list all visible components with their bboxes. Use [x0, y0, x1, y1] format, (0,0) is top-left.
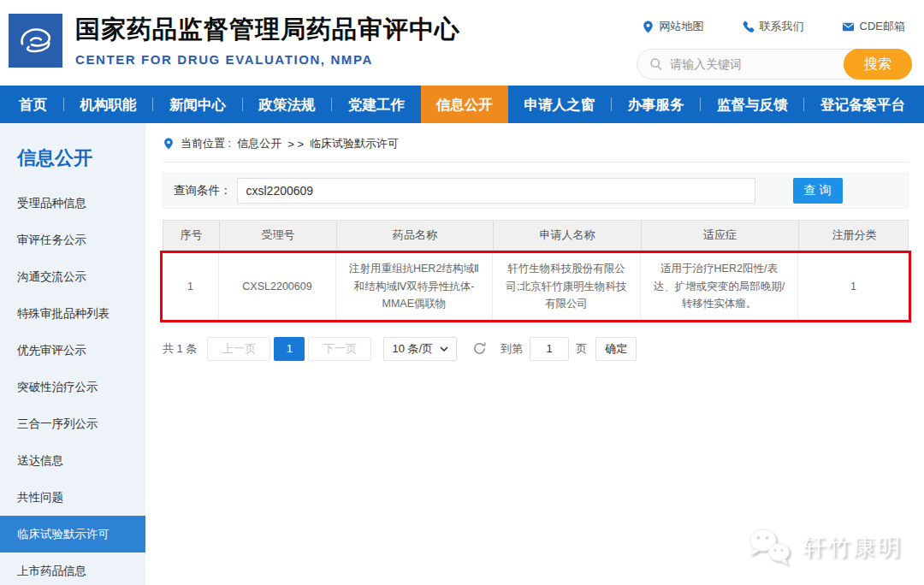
query-bar: 查询条件： 查 询 [163, 173, 909, 209]
sidebar-title: 信息公开 [0, 123, 145, 185]
breadcrumb-current: 临床试验默示许可 [310, 136, 399, 151]
nav-item-services[interactable]: 办事服务 [623, 86, 690, 123]
table-cell-indication: 适用于治疗HER2阳性/表达、扩增或突变的局部晚期/转移性实体瘤。 [640, 253, 797, 320]
watermark-label: 轩竹康明 [803, 532, 902, 563]
nav-separator [152, 98, 153, 111]
refresh-icon[interactable] [472, 341, 487, 356]
results-table: 序号 受理号 药品名称 申请人名称 适应症 注册分类 1 CXSL2200609… [163, 220, 909, 322]
sidebar: 信息公开 受理品种信息 审评任务公示 沟通交流公示 特殊审批品种列表 优先审评公… [0, 123, 145, 585]
breadcrumb-section[interactable]: 信息公开 [237, 136, 281, 151]
goto-page-label: 到第 [500, 341, 523, 357]
table-header-row: 序号 受理号 药品名称 申请人名称 适应症 注册分类 [163, 220, 909, 251]
location-pin-icon [163, 138, 175, 150]
nav-separator [700, 98, 701, 111]
sidebar-item-clinical-trial-implied-license[interactable]: 临床试验默示许可 [0, 516, 145, 552]
search-input[interactable] [670, 50, 844, 78]
col-header-acceptance-no: 受理号 [219, 221, 336, 250]
table-row[interactable]: 1 CXSL2200609 注射用重组抗HER2结构域Ⅱ和结构域Ⅳ双特异性抗体-… [163, 253, 909, 320]
nav-separator [331, 98, 332, 111]
nav-item-policies[interactable]: 政策法规 [254, 86, 321, 123]
main-nav: 首页 机构职能 新闻中心 政策法规 党建工作 信息公开 申请人之窗 办事服务 监… [0, 86, 924, 123]
query-input[interactable] [237, 178, 755, 204]
sidebar-item-communication[interactable]: 沟通交流公示 [0, 258, 145, 295]
nav-separator [803, 98, 804, 111]
highlight-box: 1 CXSL2200609 注射用重组抗HER2结构域Ⅱ和结构域Ⅳ双特异性抗体-… [160, 251, 911, 322]
nav-separator [611, 98, 612, 111]
nav-item-org-functions[interactable]: 机构职能 [75, 86, 142, 123]
sidebar-item-breakthrough-therapy[interactable]: 突破性治疗公示 [0, 369, 145, 405]
pagination-total: 共 1 条 [163, 341, 197, 357]
col-header-applicant: 申请人名称 [493, 221, 641, 250]
sitemap-link[interactable]: 网站地图 [642, 19, 704, 34]
cde-logo-icon [9, 14, 62, 68]
query-button[interactable]: 查 询 [793, 178, 843, 204]
page-size-select[interactable]: 10 条/页 [383, 337, 457, 361]
title-block: 国家药品监督管理局药品审评中心 CENTER FOR DRUG EVALUATI… [75, 13, 460, 67]
sidebar-item-priority-review[interactable]: 优先审评公示 [0, 332, 145, 369]
sidebar-item-three-in-one[interactable]: 三合一序列公示 [0, 405, 145, 442]
col-header-indication: 适应症 [641, 221, 798, 250]
col-header-registration-class: 注册分类 [798, 221, 909, 250]
sidebar-item-delivery-info[interactable]: 送达信息 [0, 442, 145, 479]
site-title: 国家药品监督管理局药品审评中心 [75, 13, 460, 47]
phone-icon [742, 21, 755, 33]
goto-page-suffix: 页 [576, 341, 587, 357]
cde-mail-link[interactable]: CDE邮箱 [842, 19, 905, 34]
nav-item-info-disclosure[interactable]: 信息公开 [421, 86, 508, 123]
watermark: 轩竹康明 [746, 527, 902, 568]
col-header-drug-name: 药品名称 [336, 221, 493, 250]
cde-mail-link-label: CDE邮箱 [860, 19, 905, 34]
prev-page-button[interactable]: 上一页 [207, 337, 270, 361]
contact-link[interactable]: 联系我们 [742, 19, 804, 34]
table-cell-seq: 1 [163, 253, 218, 320]
page: 国家药品监督管理局药品审评中心 CENTER FOR DRUG EVALUATI… [0, 0, 924, 585]
contact-link-label: 联系我们 [760, 19, 804, 34]
nav-separator [63, 98, 64, 111]
sidebar-item-accepted-varieties[interactable]: 受理品种信息 [0, 185, 145, 222]
sidebar-item-common-issues[interactable]: 共性问题 [0, 479, 145, 516]
search-button[interactable]: 搜索 [844, 49, 912, 80]
page-number-button[interactable]: 1 [274, 337, 305, 361]
nav-item-supervision-feedback[interactable]: 监督与反馈 [712, 86, 793, 123]
table-cell-registration-class: 1 [797, 253, 909, 320]
goto-confirm-button[interactable]: 确定 [595, 337, 637, 361]
location-pin-icon [642, 21, 654, 33]
envelope-icon [842, 21, 855, 33]
breadcrumb: 当前位置 : 信息公开 > > 临床试验默示许可 [163, 136, 909, 162]
nav-item-applicant-window[interactable]: 申请人之窗 [519, 86, 601, 123]
site-subtitle: CENTER FOR DRUG EVALUATION, NMPA [75, 52, 460, 67]
col-header-seq: 序号 [163, 221, 219, 250]
sidebar-item-review-tasks[interactable]: 审评任务公示 [0, 222, 145, 258]
site-header: 国家药品监督管理局药品审评中心 CENTER FOR DRUG EVALUATI… [0, 0, 924, 86]
sidebar-item-special-approval-list[interactable]: 特殊审批品种列表 [0, 295, 145, 332]
site-search-bar: 搜索 [637, 49, 912, 80]
page-size-value: 10 条/页 [392, 341, 433, 357]
quick-links: 网站地图 联系我们 CDE邮箱 [642, 19, 905, 34]
nav-item-registration-platform[interactable]: 登记备案平台 [815, 86, 910, 123]
pagination: 共 1 条 上一页 1 下一页 10 条/页 到第 页 确定 [163, 337, 909, 361]
table-cell-drug-name: 注射用重组抗HER2结构域Ⅱ和结构域Ⅳ双特异性抗体-MMAE偶联物 [335, 253, 492, 320]
nav-item-home[interactable]: 首页 [14, 86, 52, 123]
sitemap-link-label: 网站地图 [660, 19, 704, 34]
wechat-icon [746, 527, 794, 568]
table-cell-applicant: 轩竹生物科技股份有限公司;北京轩竹康明生物科技有限公司 [492, 253, 640, 320]
nav-item-party-building[interactable]: 党建工作 [343, 86, 410, 123]
nav-item-news-center[interactable]: 新闻中心 [164, 86, 231, 123]
breadcrumb-separator: > > [287, 138, 304, 151]
table-cell-acceptance-no: CXSL2200609 [218, 253, 335, 320]
breadcrumb-label: 当前位置 : [181, 136, 231, 151]
sidebar-item-marketed-drugs[interactable]: 上市药品信息 [0, 552, 145, 585]
next-page-button[interactable]: 下一页 [308, 337, 371, 361]
nav-separator [242, 98, 243, 111]
search-icon [649, 57, 663, 71]
chevron-down-icon [440, 346, 448, 352]
query-label: 查询条件： [174, 183, 232, 198]
main-content: 当前位置 : 信息公开 > > 临床试验默示许可 查询条件： 查 询 序号 受理… [163, 123, 909, 361]
goto-page-input[interactable] [530, 337, 569, 361]
